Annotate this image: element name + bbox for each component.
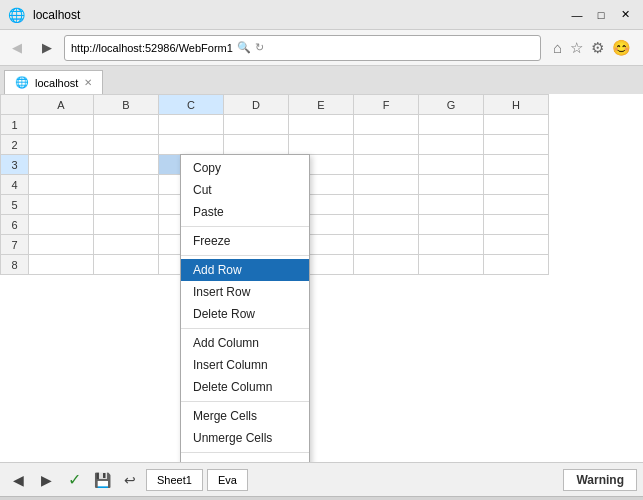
cell-f2[interactable] — [354, 135, 419, 155]
next-sheet-button[interactable]: ▶ — [34, 468, 58, 492]
cell-f6[interactable] — [354, 215, 419, 235]
menu-item-freeze[interactable]: Freeze — [181, 230, 309, 252]
maximize-button[interactable]: □ — [591, 5, 611, 25]
row-header-5[interactable]: 5 — [1, 195, 29, 215]
cell-h2[interactable] — [484, 135, 549, 155]
close-button[interactable]: ✕ — [615, 5, 635, 25]
url-bar[interactable]: http://localhost:52986/WebForm1 🔍 ↻ — [64, 35, 541, 61]
cell-b1[interactable] — [94, 115, 159, 135]
save-button[interactable]: 💾 — [90, 468, 114, 492]
col-header-h[interactable]: H — [484, 95, 549, 115]
cell-f5[interactable] — [354, 195, 419, 215]
col-header-d[interactable]: D — [224, 95, 289, 115]
undo-button[interactable]: ↩ — [118, 468, 142, 492]
check-button[interactable]: ✓ — [62, 468, 86, 492]
cell-h1[interactable] — [484, 115, 549, 135]
tab-close-button[interactable]: ✕ — [84, 77, 92, 88]
cell-h5[interactable] — [484, 195, 549, 215]
row-header-6[interactable]: 6 — [1, 215, 29, 235]
cell-g7[interactable] — [419, 235, 484, 255]
cell-g6[interactable] — [419, 215, 484, 235]
tab-bar: 🌐 localhost ✕ — [0, 66, 643, 94]
row-header-4[interactable]: 4 — [1, 175, 29, 195]
cell-b4[interactable] — [94, 175, 159, 195]
cell-a3[interactable] — [29, 155, 94, 175]
cell-b7[interactable] — [94, 235, 159, 255]
row-header-2[interactable]: 2 — [1, 135, 29, 155]
col-header-g[interactable]: G — [419, 95, 484, 115]
menu-item-insert-column[interactable]: Insert Column — [181, 354, 309, 376]
back-button[interactable]: ◀ — [4, 35, 30, 61]
row-header-3[interactable]: 3 — [1, 155, 29, 175]
menu-item-paste[interactable]: Paste — [181, 201, 309, 223]
settings-icon[interactable]: ⚙ — [591, 39, 604, 57]
row-header-8[interactable]: 8 — [1, 255, 29, 275]
cell-f8[interactable] — [354, 255, 419, 275]
cell-f3[interactable] — [354, 155, 419, 175]
cell-f1[interactable] — [354, 115, 419, 135]
cell-h7[interactable] — [484, 235, 549, 255]
table-row: 1 — [1, 115, 549, 135]
cell-b8[interactable] — [94, 255, 159, 275]
home-icon[interactable]: ⌂ — [553, 39, 562, 56]
col-header-f[interactable]: F — [354, 95, 419, 115]
cell-a4[interactable] — [29, 175, 94, 195]
cell-h8[interactable] — [484, 255, 549, 275]
window-title: localhost — [33, 8, 80, 22]
col-header-a[interactable]: A — [29, 95, 94, 115]
cell-h6[interactable] — [484, 215, 549, 235]
cell-g2[interactable] — [419, 135, 484, 155]
cell-e2[interactable] — [289, 135, 354, 155]
menu-item-add-column[interactable]: Add Column — [181, 332, 309, 354]
cell-h3[interactable] — [484, 155, 549, 175]
minimize-button[interactable]: — — [567, 5, 587, 25]
col-header-c[interactable]: C — [159, 95, 224, 115]
menu-item-add-row[interactable]: Add Row — [181, 259, 309, 281]
menu-item-cut[interactable]: Cut — [181, 179, 309, 201]
star-icon[interactable]: ☆ — [570, 39, 583, 57]
cell-a7[interactable] — [29, 235, 94, 255]
menu-item-delete-column[interactable]: Delete Column — [181, 376, 309, 398]
cell-c2[interactable] — [159, 135, 224, 155]
prev-sheet-button[interactable]: ◀ — [6, 468, 30, 492]
tab-title: localhost — [35, 77, 78, 89]
cell-a8[interactable] — [29, 255, 94, 275]
cell-g5[interactable] — [419, 195, 484, 215]
cell-g1[interactable] — [419, 115, 484, 135]
menu-item-unmerge-cells[interactable]: Unmerge Cells — [181, 427, 309, 449]
eval-tab[interactable]: Eva — [207, 469, 248, 491]
column-header-row: A B C D E F G H — [1, 95, 549, 115]
menu-item-format-cell[interactable]: Format Cell... — [181, 456, 309, 462]
cell-b6[interactable] — [94, 215, 159, 235]
col-header-e[interactable]: E — [289, 95, 354, 115]
cell-e1[interactable] — [289, 115, 354, 135]
menu-item-insert-row[interactable]: Insert Row — [181, 281, 309, 303]
row-header-7[interactable]: 7 — [1, 235, 29, 255]
cell-g4[interactable] — [419, 175, 484, 195]
cell-g3[interactable] — [419, 155, 484, 175]
sheet-tab[interactable]: Sheet1 — [146, 469, 203, 491]
cell-c1[interactable] — [159, 115, 224, 135]
menu-item-merge-cells[interactable]: Merge Cells — [181, 405, 309, 427]
cell-a6[interactable] — [29, 215, 94, 235]
cell-a1[interactable] — [29, 115, 94, 135]
cell-b3[interactable] — [94, 155, 159, 175]
cell-g8[interactable] — [419, 255, 484, 275]
cell-f4[interactable] — [354, 175, 419, 195]
menu-item-delete-row[interactable]: Delete Row — [181, 303, 309, 325]
row-header-1[interactable]: 1 — [1, 115, 29, 135]
cell-d2[interactable] — [224, 135, 289, 155]
cell-b5[interactable] — [94, 195, 159, 215]
menu-separator-5 — [181, 452, 309, 453]
cell-d1[interactable] — [224, 115, 289, 135]
cell-h4[interactable] — [484, 175, 549, 195]
cell-b2[interactable] — [94, 135, 159, 155]
browser-tab[interactable]: 🌐 localhost ✕ — [4, 70, 103, 94]
cell-f7[interactable] — [354, 235, 419, 255]
cell-a2[interactable] — [29, 135, 94, 155]
refresh-icon[interactable]: ↻ — [255, 41, 264, 54]
col-header-b[interactable]: B — [94, 95, 159, 115]
menu-item-copy[interactable]: Copy — [181, 157, 309, 179]
forward-button[interactable]: ▶ — [34, 35, 60, 61]
cell-a5[interactable] — [29, 195, 94, 215]
